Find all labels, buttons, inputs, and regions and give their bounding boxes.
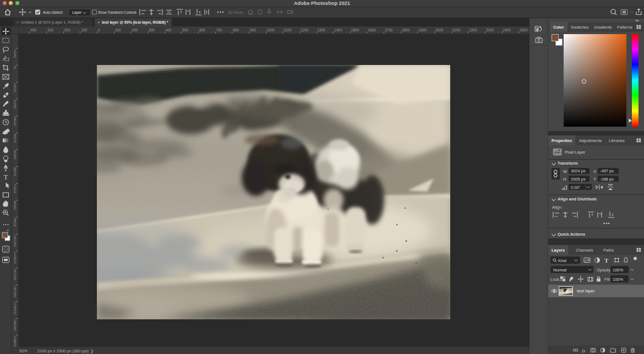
svg-text:T: T [604,257,609,264]
svg-text:3D Mode:: 3D Mode: [228,10,244,14]
svg-text:T: T [4,173,8,181]
svg-text:fx: fx [582,348,586,353]
